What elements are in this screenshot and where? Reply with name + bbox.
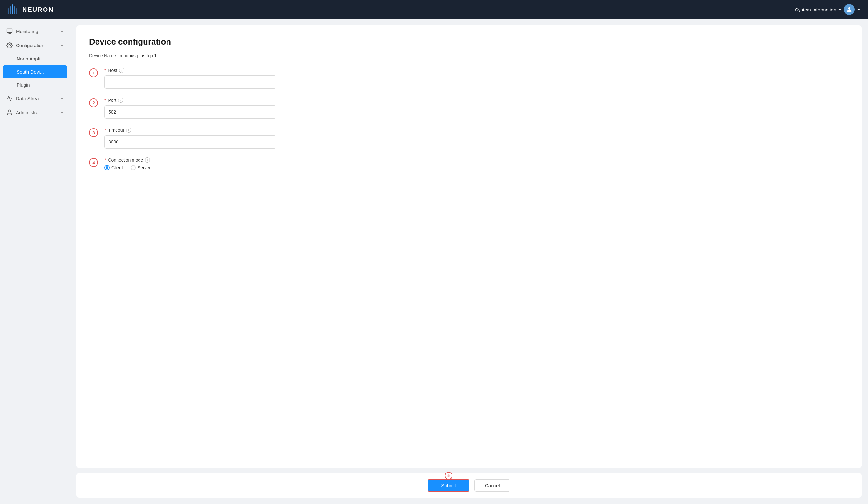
monitoring-chevron-icon — [61, 31, 63, 32]
port-field: * Port i — [104, 98, 283, 119]
north-appli-label: North Appli... — [17, 56, 44, 61]
avatar[interactable] — [844, 4, 855, 15]
host-label: Host — [108, 68, 117, 73]
submit-wrapper: 5 Submit — [428, 479, 469, 492]
host-info-icon[interactable]: i — [119, 68, 124, 73]
form-actions-bar: 5 Submit Cancel — [76, 473, 862, 498]
timeout-input[interactable] — [104, 135, 276, 149]
connection-mode-field: * Connection mode i Client Server — [104, 158, 283, 170]
sidebar-item-monitoring[interactable]: Monitoring — [0, 24, 70, 38]
header-right: System Information — [795, 4, 860, 15]
radio-client-text: Client — [112, 165, 123, 170]
sidebar-item-data-stream[interactable]: Data Strea... — [0, 91, 70, 105]
sidebar: Monitoring Configuration North Appli... … — [0, 19, 70, 504]
radio-server-label[interactable]: Server — [131, 165, 151, 170]
sidebar-item-plugin[interactable]: Plugin — [0, 78, 70, 91]
svg-rect-0 — [8, 8, 9, 14]
monitoring-icon — [6, 28, 13, 34]
device-name-value: modbus-plus-tcp-1 — [120, 53, 157, 58]
submit-button[interactable]: Submit — [428, 479, 469, 492]
svg-rect-1 — [10, 6, 11, 14]
cancel-button[interactable]: Cancel — [474, 479, 510, 492]
system-info-button[interactable]: System Information — [795, 7, 841, 12]
device-name-row: Device Name modbus-plus-tcp-1 — [89, 53, 849, 58]
logo-icon — [8, 4, 20, 15]
plugin-label: Plugin — [17, 82, 30, 87]
timeout-info-icon[interactable]: i — [126, 128, 131, 133]
data-stream-chevron-icon — [61, 98, 63, 99]
svg-rect-4 — [16, 8, 17, 14]
port-required-star: * — [104, 98, 106, 103]
data-stream-icon — [6, 95, 13, 102]
system-info-chevron-icon — [838, 9, 841, 10]
administration-label: Administrat... — [16, 110, 44, 115]
radio-client-label[interactable]: Client — [104, 165, 123, 170]
app-header: NEURON System Information — [0, 0, 868, 19]
sidebar-item-administration[interactable]: Administrat... — [0, 105, 70, 119]
host-section: 1 * Host i — [89, 68, 849, 89]
data-stream-label: Data Strea... — [16, 96, 43, 101]
host-field: * Host i — [104, 68, 283, 89]
port-info-icon[interactable]: i — [118, 98, 123, 103]
sidebar-item-configuration[interactable]: Configuration — [0, 38, 70, 52]
timeout-label: Timeout — [108, 128, 124, 133]
timeout-field: * Timeout i — [104, 128, 283, 149]
svg-point-9 — [9, 110, 11, 112]
svg-rect-5 — [7, 29, 12, 33]
connection-mode-info-icon[interactable]: i — [145, 158, 150, 162]
timeout-section: 3 * Timeout i — [89, 128, 849, 149]
radio-server-input[interactable] — [131, 165, 136, 170]
system-info-label: System Information — [795, 7, 836, 12]
step-2-badge: 2 — [89, 98, 98, 107]
step-4-badge: 4 — [89, 158, 98, 167]
configuration-label: Configuration — [16, 43, 44, 48]
port-section: 2 * Port i — [89, 98, 849, 119]
configuration-chevron-icon — [61, 44, 63, 46]
host-input[interactable] — [104, 75, 276, 89]
app-name: NEURON — [22, 6, 54, 13]
administration-chevron-icon — [61, 112, 63, 113]
monitoring-label: Monitoring — [16, 29, 38, 34]
connection-mode-required-star: * — [104, 158, 106, 162]
connection-mode-section: 4 * Connection mode i Client — [89, 158, 849, 170]
south-devi-label: South Devi... — [17, 69, 44, 74]
svg-rect-3 — [14, 6, 15, 14]
sidebar-item-south-devi[interactable]: South Devi... — [2, 65, 67, 78]
device-name-label: Device Name — [89, 53, 116, 58]
logo: NEURON — [8, 4, 54, 15]
radio-server-text: Server — [137, 165, 151, 170]
timeout-required-star: * — [104, 128, 106, 133]
user-chevron-icon — [857, 9, 860, 10]
host-required-star: * — [104, 68, 106, 73]
sidebar-item-north-appli[interactable]: North Appli... — [0, 52, 70, 65]
step-5-badge: 5 — [445, 472, 453, 480]
step-1-badge: 1 — [89, 69, 98, 77]
configuration-icon — [6, 42, 13, 48]
administration-icon — [6, 109, 13, 116]
connection-mode-label: Connection mode — [108, 158, 143, 162]
step-3-badge: 3 — [89, 128, 98, 137]
page-title: Device configuration — [89, 37, 849, 47]
svg-point-8 — [9, 44, 11, 46]
port-input[interactable] — [104, 105, 276, 119]
radio-client-input[interactable] — [104, 165, 110, 170]
main-content: Device configuration Device Name modbus-… — [70, 19, 868, 504]
port-label: Port — [108, 98, 116, 103]
svg-rect-2 — [12, 4, 13, 14]
device-config-card: Device configuration Device Name modbus-… — [76, 25, 862, 468]
connection-mode-radio-group: Client Server — [104, 165, 283, 170]
main-layout: Monitoring Configuration North Appli... … — [0, 19, 868, 504]
